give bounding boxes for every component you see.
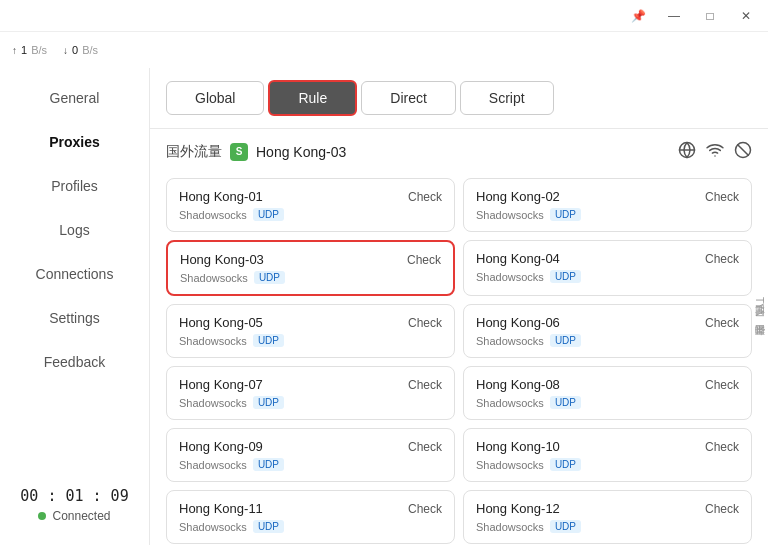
close-icon: ✕	[741, 9, 751, 23]
proxy-tag-12: UDP	[550, 520, 581, 533]
proxy-card-8[interactable]: Hong Kong-08CheckShadowsocksUDP	[463, 366, 752, 420]
minimize-icon: —	[668, 9, 680, 23]
pin-button[interactable]: 📌	[624, 5, 652, 27]
proxy-header: 国外流量 S Hong Kong-03	[150, 129, 768, 170]
proxy-tag-8: UDP	[550, 396, 581, 409]
proxy-name-6: Hong Kong-06	[476, 315, 560, 330]
tab-global[interactable]: Global	[166, 81, 264, 115]
check-button-3[interactable]: Check	[407, 253, 441, 267]
sidebar-item-settings[interactable]: Settings	[0, 296, 149, 340]
proxy-tag-9: UDP	[253, 458, 284, 471]
proxy-type-1: Shadowsocks	[179, 209, 247, 221]
proxy-name-4: Hong Kong-04	[476, 251, 560, 266]
upload-arrow: ↑	[12, 45, 17, 56]
check-button-4[interactable]: Check	[705, 252, 739, 266]
check-button-5[interactable]: Check	[408, 316, 442, 330]
proxy-name-3: Hong Kong-03	[180, 252, 264, 267]
proxy-name-5: Hong Kong-05	[179, 315, 263, 330]
proxy-card-2[interactable]: Hong Kong-02CheckShadowsocksUDP	[463, 178, 752, 232]
download-count: 0	[72, 44, 78, 56]
check-button-9[interactable]: Check	[408, 440, 442, 454]
sidebar-item-feedback[interactable]: Feedback	[0, 340, 149, 384]
proxy-name-12: Hong Kong-12	[476, 501, 560, 516]
proxy-header-left: 国外流量 S Hong Kong-03	[166, 143, 346, 161]
check-button-7[interactable]: Check	[408, 378, 442, 392]
proxy-tag-1: UDP	[253, 208, 284, 221]
proxy-name-2: Hong Kong-02	[476, 189, 560, 204]
proxy-name-1: Hong Kong-01	[179, 189, 263, 204]
main-layout: GeneralProxiesProfilesLogsConnectionsSet…	[0, 68, 768, 545]
check-button-8[interactable]: Check	[705, 378, 739, 392]
globe-icon[interactable]	[678, 141, 696, 162]
proxy-group-label: 国外流量	[166, 143, 222, 161]
download-unit: B/s	[82, 44, 98, 56]
connection-status: Connected	[16, 509, 133, 523]
svg-line-4	[738, 145, 749, 156]
proxy-type-2: Shadowsocks	[476, 209, 544, 221]
maximize-button[interactable]: □	[696, 5, 724, 27]
proxy-type-6: Shadowsocks	[476, 335, 544, 347]
right-edge-text: 囯其TYN哔囯平直	[750, 293, 768, 321]
tab-direct[interactable]: Direct	[361, 81, 456, 115]
proxy-type-7: Shadowsocks	[179, 397, 247, 409]
maximize-icon: □	[706, 9, 713, 23]
proxy-name-7: Hong Kong-07	[179, 377, 263, 392]
tab-script[interactable]: Script	[460, 81, 554, 115]
proxy-type-10: Shadowsocks	[476, 459, 544, 471]
check-button-11[interactable]: Check	[408, 502, 442, 516]
check-button-6[interactable]: Check	[705, 316, 739, 330]
proxy-tag-4: UDP	[550, 270, 581, 283]
check-button-1[interactable]: Check	[408, 190, 442, 204]
wifi-icon[interactable]	[706, 141, 724, 162]
time-display: 00 : 01 : 09	[16, 487, 133, 505]
proxy-tag-3: UDP	[254, 271, 285, 284]
proxy-grid: Hong Kong-01CheckShadowsocksUDPHong Kong…	[150, 170, 768, 545]
proxy-card-10[interactable]: Hong Kong-10CheckShadowsocksUDP	[463, 428, 752, 482]
tab-bar: Global Rule Direct Script	[150, 68, 768, 129]
proxy-tag-10: UDP	[550, 458, 581, 471]
proxy-tag-2: UDP	[550, 208, 581, 221]
proxy-name-9: Hong Kong-09	[179, 439, 263, 454]
stats-bar: ↑ 1 B/s ↓ 0 B/s	[0, 32, 768, 68]
tab-rule[interactable]: Rule	[268, 80, 357, 116]
minimize-button[interactable]: —	[660, 5, 688, 27]
proxy-type-9: Shadowsocks	[179, 459, 247, 471]
sidebar-item-connections[interactable]: Connections	[0, 252, 149, 296]
proxy-card-9[interactable]: Hong Kong-09CheckShadowsocksUDP	[166, 428, 455, 482]
proxy-card-1[interactable]: Hong Kong-01CheckShadowsocksUDP	[166, 178, 455, 232]
proxy-type-4: Shadowsocks	[476, 271, 544, 283]
proxy-name-11: Hong Kong-11	[179, 501, 263, 516]
download-arrow: ↓	[63, 45, 68, 56]
proxy-type-12: Shadowsocks	[476, 521, 544, 533]
sidebar-item-general[interactable]: General	[0, 76, 149, 120]
proxy-type-8: Shadowsocks	[476, 397, 544, 409]
proxy-card-3[interactable]: Hong Kong-03CheckShadowsocksUDP	[166, 240, 455, 296]
proxy-card-6[interactable]: Hong Kong-06CheckShadowsocksUDP	[463, 304, 752, 358]
check-button-12[interactable]: Check	[705, 502, 739, 516]
proxy-card-7[interactable]: Hong Kong-07CheckShadowsocksUDP	[166, 366, 455, 420]
proxy-card-4[interactable]: Hong Kong-04CheckShadowsocksUDP	[463, 240, 752, 296]
proxy-card-5[interactable]: Hong Kong-05CheckShadowsocksUDP	[166, 304, 455, 358]
proxy-type-5: Shadowsocks	[179, 335, 247, 347]
proxy-card-12[interactable]: Hong Kong-12CheckShadowsocksUDP	[463, 490, 752, 544]
proxy-selected-name: Hong Kong-03	[256, 144, 346, 160]
content-area: Global Rule Direct Script 国外流量 S Hong Ko…	[150, 68, 768, 545]
sidebar-item-profiles[interactable]: Profiles	[0, 164, 149, 208]
sidebar: GeneralProxiesProfilesLogsConnectionsSet…	[0, 68, 150, 545]
block-icon[interactable]	[734, 141, 752, 162]
check-button-10[interactable]: Check	[705, 440, 739, 454]
proxy-card-11[interactable]: Hong Kong-11CheckShadowsocksUDP	[166, 490, 455, 544]
check-button-2[interactable]: Check	[705, 190, 739, 204]
proxy-type-3: Shadowsocks	[180, 272, 248, 284]
title-bar: 📌 — □ ✕	[0, 0, 768, 32]
proxy-header-icons	[678, 141, 752, 162]
proxy-name-8: Hong Kong-08	[476, 377, 560, 392]
close-button[interactable]: ✕	[732, 5, 760, 27]
proxy-tag-7: UDP	[253, 396, 284, 409]
connected-label: Connected	[52, 509, 110, 523]
sidebar-item-logs[interactable]: Logs	[0, 208, 149, 252]
sidebar-item-proxies[interactable]: Proxies	[0, 120, 149, 164]
connected-dot	[38, 512, 46, 520]
proxy-name-10: Hong Kong-10	[476, 439, 560, 454]
proxy-tag-11: UDP	[253, 520, 284, 533]
